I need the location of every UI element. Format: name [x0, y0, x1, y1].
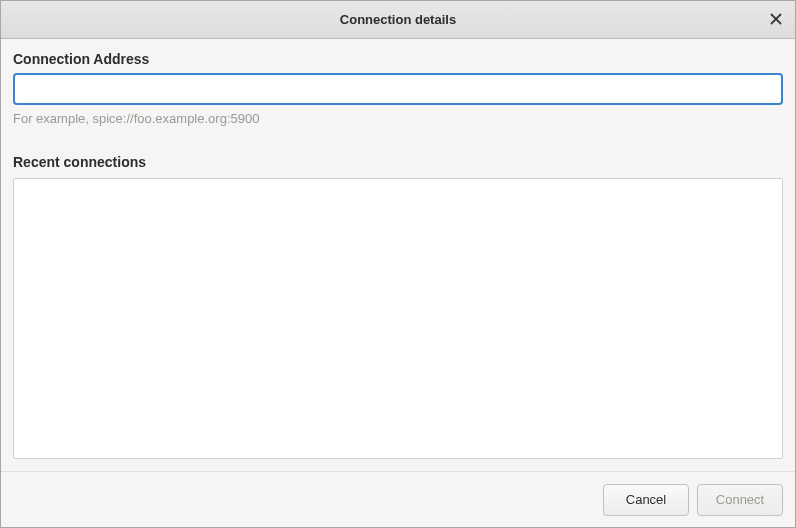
footer: Cancel Connect	[1, 471, 795, 527]
cancel-button[interactable]: Cancel	[603, 484, 689, 516]
connection-address-hint: For example, spice://foo.example.org:590…	[13, 111, 783, 126]
content-area: Connection Address For example, spice://…	[1, 39, 795, 471]
titlebar-title: Connection details	[340, 12, 456, 27]
close-icon	[770, 12, 782, 28]
recent-connections-label: Recent connections	[13, 154, 783, 170]
connect-button[interactable]: Connect	[697, 484, 783, 516]
connection-address-input[interactable]	[13, 73, 783, 105]
connection-address-label: Connection Address	[13, 51, 783, 67]
close-button[interactable]	[765, 9, 787, 31]
titlebar: Connection details	[1, 1, 795, 39]
recent-connections-list[interactable]	[13, 178, 783, 459]
